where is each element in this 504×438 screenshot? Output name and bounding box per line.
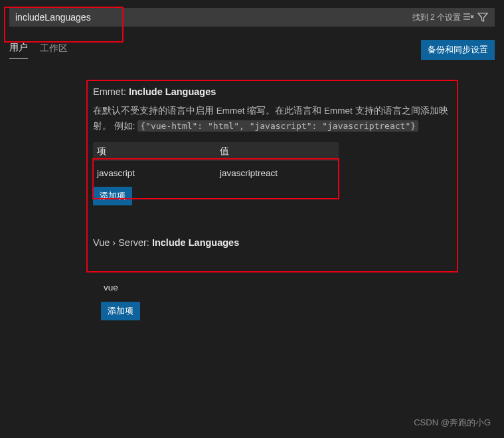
setting-title-bold-2: Include Languages	[152, 237, 239, 248]
setting-title-prefix-2: Vue › Server:	[93, 237, 152, 248]
kv-cell-value: javascriptreact	[216, 165, 339, 181]
backup-sync-button[interactable]: 备份和同步设置	[421, 40, 495, 60]
list-item[interactable]: vue	[101, 282, 496, 292]
setting-title: Emmet: Include Languages	[93, 86, 465, 97]
kv-cell-key: javascript	[93, 165, 216, 181]
add-item-button[interactable]: 添加项	[93, 187, 132, 205]
tab-workspace[interactable]: 工作区	[40, 43, 68, 58]
setting-title-prefix: Emmet:	[93, 86, 129, 97]
filter-icon[interactable]	[475, 10, 490, 25]
kv-head-key: 项	[93, 142, 216, 161]
setting-emmet-include-languages: Emmet: Include Languages 在默认不受支持的语言中启用 E…	[93, 86, 465, 260]
kv-table-header: 项 值	[93, 142, 339, 161]
setting-vue-server-include-languages-title: Vue › Server: Include Languages	[93, 237, 465, 248]
tab-user[interactable]: 用户	[9, 42, 28, 58]
kv-table: 项 值 javascript javascriptreact	[93, 142, 339, 184]
settings-search-input[interactable]	[15, 12, 408, 23]
settings-scope-tabs: 用户 工作区	[9, 42, 68, 58]
kv-head-value: 值	[216, 142, 339, 161]
table-row[interactable]: javascript javascriptreact	[93, 161, 339, 184]
search-result-count: 找到 2 个设置	[412, 12, 461, 23]
setting-title-bold: Include Languages	[129, 86, 216, 97]
setting-description: 在默认不受支持的语言中启用 Emmet 缩写。在此语言和 Emmet 支持的语言…	[93, 104, 465, 134]
settings-search-wrap[interactable]: 找到 2 个设置	[9, 8, 495, 27]
clear-filter-icon[interactable]	[461, 10, 475, 25]
add-item-button-2[interactable]: 添加项	[101, 302, 140, 320]
watermark: CSDN @奔跑的小G	[414, 417, 491, 429]
setting-vue-server-include-languages: vue 添加项	[93, 282, 496, 320]
desc-code-example: {"vue-html": "html", "javascript": "java…	[137, 120, 418, 132]
